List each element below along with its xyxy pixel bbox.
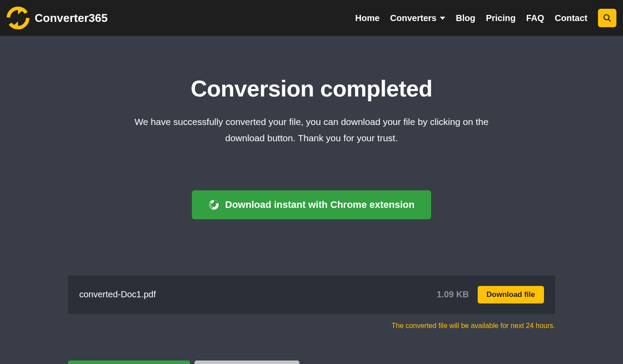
svg-line-4 xyxy=(609,19,611,21)
nav-home[interactable]: Home xyxy=(355,13,380,23)
file-card: converted-Doc1.pdf 1.09 KB Download file xyxy=(68,275,555,314)
nav-faq[interactable]: FAQ xyxy=(526,13,544,23)
logo[interactable]: Converter365 xyxy=(7,7,108,29)
file-size: 1.09 KB xyxy=(437,289,469,300)
file-actions: 1.09 KB Download file xyxy=(437,286,544,303)
nav-contact[interactable]: Contact xyxy=(555,13,587,23)
nav-converters[interactable]: Converters xyxy=(390,13,446,23)
download-all-button[interactable]: Download all files as ZIP xyxy=(68,360,190,364)
page-title: Conversion completed xyxy=(68,75,555,102)
chrome-icon xyxy=(209,200,219,210)
copy-link-button[interactable]: Copy link and share xyxy=(194,360,299,364)
page-subtitle: We have successfully converted your file… xyxy=(114,114,509,146)
main-nav: Home Converters Blog Pricing FAQ Contact xyxy=(355,9,616,27)
logo-text: Converter365 xyxy=(35,11,108,25)
search-button[interactable] xyxy=(598,9,616,27)
main-content: Conversion completed We have successfull… xyxy=(59,75,564,364)
download-file-button[interactable]: Download file xyxy=(478,286,544,303)
action-row: Download all files as ZIP Copy link and … xyxy=(68,360,555,364)
chrome-extension-button[interactable]: Download instant with Chrome extension xyxy=(192,190,431,219)
availability-notice: The converted file will be available for… xyxy=(68,322,555,330)
nav-pricing[interactable]: Pricing xyxy=(486,13,516,23)
search-icon xyxy=(603,14,612,22)
nav-converters-label: Converters xyxy=(390,13,437,23)
nav-blog[interactable]: Blog xyxy=(456,13,475,23)
file-name: converted-Doc1.pdf xyxy=(79,289,156,300)
header: Converter365 Home Converters Blog Pricin… xyxy=(0,0,623,36)
chrome-button-label: Download instant with Chrome extension xyxy=(225,199,414,211)
chevron-down-icon xyxy=(440,17,445,20)
logo-icon xyxy=(7,7,29,29)
